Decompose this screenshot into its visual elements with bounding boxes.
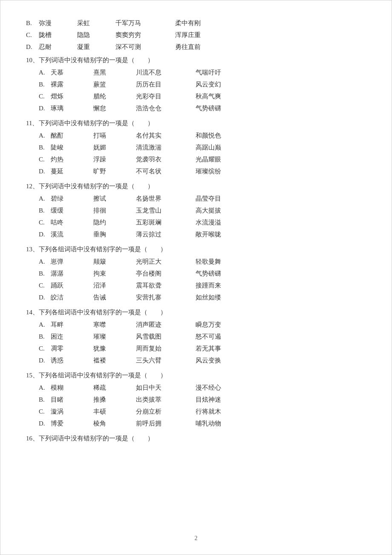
- question-14-line: 14、 下列各组词语中没有错别字的一项是（ ）: [26, 307, 366, 318]
- q13-d-3: 安营扎寨: [136, 292, 196, 303]
- q11-a-label: A.: [39, 130, 51, 141]
- q14-b-2: 璀璨: [93, 331, 136, 342]
- q10-c-3: 光彩夺目: [136, 91, 196, 102]
- intro-item-d3: 深不可测: [115, 41, 175, 53]
- q14-d-2: 褴褛: [93, 355, 136, 366]
- q14-c-3: 周而复始: [136, 343, 196, 354]
- q11-d-4: 璀璨缤纷: [196, 166, 251, 177]
- q15-b-3: 出类拔萃: [136, 394, 196, 405]
- intro-item-c1: 陇槽: [39, 29, 77, 41]
- question-13: 13、 下列各组词语中没有错别字的一项是（ ） A. 崽弹颠簸光明正大轻歌曼舞 …: [26, 244, 366, 303]
- q13-d-2: 告诫: [93, 292, 136, 303]
- q10-b-items: 裸露 蕨篮 历历在目 风云变幻: [51, 79, 366, 90]
- q13-option-a: A. 崽弹颠簸光明正大轻歌曼舞: [26, 256, 366, 267]
- q12-c-2: 隐约: [93, 217, 136, 228]
- q10-c-items: 熠烁 腊纶 光彩夺目 秋高气爽: [51, 91, 366, 102]
- q10-a-items: 天慕 熹黑 川流不息 气喘吁吁: [51, 67, 366, 78]
- q11-c-4: 光晶耀眼: [196, 154, 251, 165]
- q15-c-1: 漩涡: [51, 406, 93, 417]
- q12-option-b: B. 缓缓排徊玉龙雪山高大挺拔: [26, 205, 366, 216]
- intro-label-b: B.: [26, 17, 39, 29]
- q13-c-3: 震耳欲聋: [136, 280, 196, 291]
- q14-a-3: 消声匿迹: [136, 319, 196, 331]
- intro-item-c2: 隐隐: [77, 29, 115, 41]
- q14-a-1: 耳畔: [51, 319, 93, 331]
- q13-c-label: C.: [39, 280, 51, 291]
- q13-c-2: 沼泽: [93, 280, 136, 291]
- intro-label-d: D.: [26, 41, 39, 53]
- question-11: 11、 下列词语中没有错别字的一项是（ ） A. 酩酊打嗝名付其实和颜悦色 B.…: [26, 118, 366, 177]
- q14-d-4: 风云变换: [196, 355, 251, 366]
- q12-b-4: 高大挺拔: [196, 205, 251, 216]
- q10-b-label: B.: [39, 79, 51, 90]
- q14-c-2: 犹豫: [93, 343, 136, 354]
- q13-a-2: 颠簸: [93, 256, 136, 267]
- q12-option-a: A. 碧绿擦试名扬世界晶莹夺目: [26, 193, 366, 204]
- q10-b-3: 历历在目: [136, 79, 196, 90]
- q11-c-2: 浮躁: [93, 154, 136, 165]
- intro-item-b3: 千军万马: [115, 17, 175, 29]
- q11-d-label: D.: [39, 166, 51, 177]
- q10-d-2: 懈怠: [93, 103, 136, 114]
- q12-a-label: A.: [39, 193, 51, 204]
- q15-a-1: 模糊: [51, 382, 93, 394]
- q13-a-3: 光明正大: [136, 256, 196, 267]
- q12-d-2: 垂胸: [93, 229, 136, 240]
- q10-a-4: 气喘吁吁: [196, 67, 251, 78]
- intro-item-c3: 窦窦穷穷: [115, 29, 175, 41]
- q15-text: 下列各组词语中没有错别字的一项是（ ）: [39, 370, 366, 381]
- q13-d-label: D.: [39, 292, 51, 303]
- question-15-line: 15、 下列各组词语中没有错别字的一项是（ ）: [26, 370, 366, 381]
- q13-option-b: B. 潺潺拘束亭台楼阁气势磅礴: [26, 268, 366, 279]
- q11-option-d: D. 蔓延旷野不可名状璀璨缤纷: [26, 166, 366, 177]
- q10-text: 下列词语中没有错别字的一项是（ ）: [39, 55, 366, 66]
- q15-c-label: C.: [39, 406, 51, 417]
- q11-d-1: 蔓延: [51, 166, 93, 177]
- q11-b-label: B.: [39, 142, 51, 153]
- intro-item-d2: 凝重: [77, 41, 115, 53]
- content: B. 弥漫 采虹 千军万马 柔中有刚 C. 陇槽 隐隐 窦窦穷穷 浑厚庄重 D.: [26, 17, 366, 444]
- q10-c-1: 熠烁: [51, 91, 93, 102]
- intro-items-b: 弥漫 采虹 千军万马 柔中有刚: [39, 17, 366, 29]
- question-13-line: 13、 下列各组词语中没有错别字的一项是（ ）: [26, 244, 366, 255]
- q12-text: 下列词语中没有错别字的一项是（ ）: [39, 181, 366, 192]
- q14-c-4: 若无其事: [196, 343, 251, 354]
- q15-c-3: 分崩立析: [136, 406, 196, 417]
- q10-c-label: C.: [39, 91, 51, 102]
- intro-label-c: C.: [26, 29, 39, 41]
- q15-b-1: 目睹: [51, 394, 93, 405]
- intro-line-b: B. 弥漫 采虹 千军万马 柔中有刚: [26, 17, 366, 29]
- q15-d-3: 前呼后拥: [136, 418, 196, 429]
- question-10-line: 10、 下列词语中没有错别字的一项是（ ）: [26, 55, 366, 66]
- q12-c-1: 咕咚: [51, 217, 93, 228]
- q11-b-3: 清流激湍: [136, 142, 196, 153]
- q14-d-label: D.: [39, 355, 51, 366]
- q14-option-a: A. 耳畔寒噤消声匿迹瞬息万变: [26, 319, 366, 331]
- q11-d-3: 不可名状: [136, 166, 196, 177]
- q15-d-2: 棱角: [93, 418, 136, 429]
- q14-c-label: C.: [39, 343, 51, 354]
- q14-number: 14、: [26, 307, 39, 318]
- q15-option-d: D. 博爱棱角前呼后拥哺乳动物: [26, 418, 366, 429]
- q11-option-c: C. 灼热浮躁觉袭羽衣光晶耀眼: [26, 154, 366, 165]
- q15-a-2: 稀疏: [93, 382, 136, 394]
- intro-line-c: C. 陇槽 隐隐 窦窦穷穷 浑厚庄重: [26, 29, 366, 41]
- q13-a-4: 轻歌曼舞: [196, 256, 251, 267]
- q11-a-4: 和颜悦色: [196, 130, 251, 141]
- q14-b-4: 怒不可遏: [196, 331, 251, 342]
- q10-d-4: 气势磅礴: [196, 103, 251, 114]
- q11-c-label: C.: [39, 154, 51, 165]
- q12-d-1: 溪流: [51, 229, 93, 240]
- q13-text: 下列各组词语中没有错别字的一项是（ ）: [39, 244, 366, 255]
- q15-d-1: 博爱: [51, 418, 93, 429]
- q12-d-label: D.: [39, 229, 51, 240]
- q10-option-c: C. 熠烁 腊纶 光彩夺目 秋高气爽: [26, 91, 366, 102]
- intro-item-c4: 浑厚庄重: [175, 29, 226, 41]
- q11-c-1: 灼热: [51, 154, 93, 165]
- q11-b-1: 陡峻: [51, 142, 93, 153]
- q11-a-3: 名付其实: [136, 130, 196, 141]
- question-16-line: 16、 下列词语中没有错别字的一项是（ ）: [26, 433, 366, 444]
- q13-d-1: 皎洁: [51, 292, 93, 303]
- question-12-line: 12、 下列词语中没有错别字的一项是（ ）: [26, 181, 366, 192]
- q15-c-2: 丰硕: [93, 406, 136, 417]
